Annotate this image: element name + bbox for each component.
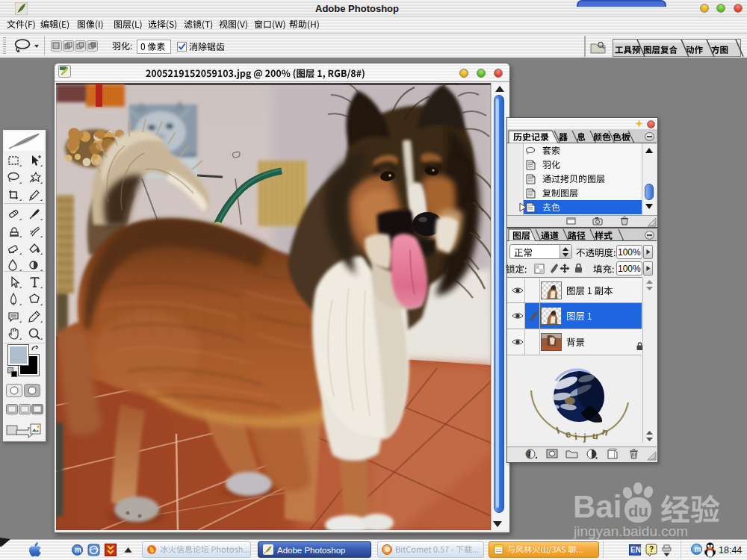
svg-text:du: du <box>628 502 648 520</box>
svg-text:?: ? <box>649 545 654 553</box>
